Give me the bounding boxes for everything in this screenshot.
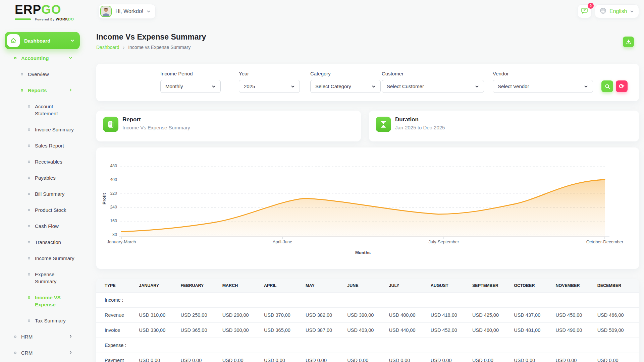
user-menu[interactable]: Hi, Workdo! bbox=[98, 4, 156, 19]
language-selector[interactable]: English bbox=[595, 4, 639, 18]
table-cell: USD 0,00 bbox=[597, 353, 639, 362]
hourglass-icon bbox=[376, 117, 391, 132]
vendor-label: Vendor bbox=[493, 71, 509, 76]
table-cell: USD 418,00 bbox=[431, 307, 472, 322]
table-header-cell: NOVEMBER bbox=[555, 279, 597, 292]
table-cell bbox=[139, 338, 180, 353]
table-cell: USD 403,00 bbox=[347, 322, 389, 338]
sidebar-item-reports[interactable]: Reports bbox=[0, 87, 80, 94]
sidebar-item-label: Invoice Summary bbox=[35, 126, 74, 133]
filters-panel: Income Period Monthly Year 2025 Category… bbox=[96, 64, 639, 101]
sidebar-item-income-vs-expense[interactable]: Income VS Expense bbox=[0, 294, 80, 308]
sidebar-item-hrm[interactable]: HRM bbox=[0, 333, 80, 340]
profit-chart: Profit 48040032024016080 January-MarchAp… bbox=[96, 147, 639, 269]
table-cell bbox=[555, 338, 597, 353]
table-cell bbox=[472, 338, 514, 353]
table-cell: USD 387,00 bbox=[306, 322, 347, 338]
bullet-icon bbox=[14, 57, 16, 59]
sidebar-item-payables[interactable]: Payables bbox=[0, 174, 80, 181]
sidebar-item-overview[interactable]: Overview bbox=[0, 71, 80, 78]
sidebar-item-account-statement[interactable]: Account Statement bbox=[0, 103, 80, 117]
reset-button[interactable]: ⟳ bbox=[616, 80, 628, 92]
sidebar-item-income-summary[interactable]: Income Summary bbox=[0, 255, 80, 262]
bullet-icon bbox=[14, 336, 16, 338]
income-period-label: Income Period bbox=[160, 71, 193, 76]
notifications-button[interactable]: 0 bbox=[578, 4, 592, 18]
table-cell: USD 0,00 bbox=[555, 353, 597, 362]
chevron-down-icon bbox=[212, 84, 216, 88]
sidebar-item-expense-summary[interactable]: Expense Summary bbox=[0, 271, 80, 285]
home-icon bbox=[7, 34, 20, 47]
search-button[interactable] bbox=[601, 80, 613, 92]
vendor-select[interactable]: Select Vendor bbox=[493, 80, 593, 93]
bullet-icon bbox=[28, 225, 30, 227]
sidebar-item-transaction[interactable]: Transaction bbox=[0, 239, 80, 246]
chevron-down-icon bbox=[475, 84, 479, 88]
bullet-icon bbox=[28, 296, 30, 299]
x-tick-label: October-December bbox=[581, 239, 628, 244]
table-cell: USD 0,00 bbox=[264, 353, 306, 362]
breadcrumb-dashboard-link[interactable]: Dashboard bbox=[96, 45, 119, 50]
year-select[interactable]: 2025 bbox=[239, 80, 300, 93]
sidebar-item-bill-summary[interactable]: Bill Summary bbox=[0, 190, 80, 197]
table-cell: USD 290,00 bbox=[222, 307, 264, 322]
sidebar-item-accounting[interactable]: Accounting bbox=[0, 55, 80, 62]
sidebar-item-dashboard[interactable]: Dashboard bbox=[5, 32, 80, 49]
globe-icon bbox=[600, 7, 606, 15]
bullet-icon bbox=[28, 257, 30, 259]
table-cell: USD 460,00 bbox=[472, 322, 514, 338]
table-header-cell: APRIL bbox=[264, 279, 306, 292]
row-type-cell: Invoice bbox=[96, 322, 139, 338]
table-cell: USD 365,00 bbox=[180, 322, 222, 338]
table-cell: USD 0,00 bbox=[389, 353, 431, 362]
category-select[interactable]: Select Category bbox=[310, 80, 381, 93]
table-header-cell: JUNE bbox=[347, 279, 389, 292]
logo-powered-by: Powered By WORKDO bbox=[35, 17, 74, 21]
refresh-icon: ⟳ bbox=[619, 82, 625, 90]
table-row: PaymentUSD 0,00USD 0,00USD 0,00USD 0,00U… bbox=[96, 353, 639, 362]
user-greeting: Hi, Workdo! bbox=[115, 8, 143, 14]
sidebar-item-product-stock[interactable]: Product Stock bbox=[0, 206, 80, 214]
table-cell: USD 509,00 bbox=[597, 322, 639, 338]
bullet-icon bbox=[21, 89, 23, 92]
table-cell: USD 0,00 bbox=[222, 353, 264, 362]
sidebar-item-receivables[interactable]: Receivables bbox=[0, 158, 80, 165]
table-cell: USD 437,00 bbox=[514, 307, 555, 322]
category-label: Category bbox=[310, 71, 331, 76]
chevron-down-icon bbox=[630, 9, 634, 13]
x-tick-label: January-March bbox=[98, 239, 145, 244]
income-period-select[interactable]: Monthly bbox=[160, 80, 221, 93]
x-tick-label: July-September bbox=[420, 239, 467, 244]
income-expense-table-card: TYPEJANUARYFEBRUARYMARCHAPRILMAYJUNEJULY… bbox=[96, 279, 639, 362]
table-header-cell: MAY bbox=[306, 279, 347, 292]
sidebar-item-invoice-summary[interactable]: Invoice Summary bbox=[0, 126, 80, 133]
chevron-right-icon bbox=[69, 351, 72, 354]
customer-select[interactable]: Select Customer bbox=[382, 80, 484, 93]
sidebar-item-tax-summary[interactable]: Tax Summary bbox=[0, 317, 80, 324]
chevron-down-icon bbox=[69, 56, 72, 60]
table-cell: USD 330,00 bbox=[139, 322, 180, 338]
table-cell: USD 250,00 bbox=[180, 307, 222, 322]
duration-card-subtitle: Jan-2025 to Dec-2025 bbox=[395, 125, 445, 130]
download-button[interactable] bbox=[623, 37, 634, 47]
table-header-cell: TYPE bbox=[96, 279, 139, 292]
sidebar-item-label: Income VS Expense bbox=[35, 294, 74, 308]
sidebar-item-cash-flow[interactable]: Cash Flow bbox=[0, 223, 80, 230]
table-header-cell: MARCH bbox=[222, 279, 264, 292]
sidebar-item-crm[interactable]: CRM bbox=[0, 349, 80, 356]
table-header-cell: JULY bbox=[389, 279, 431, 292]
table-cell: USD 400,00 bbox=[389, 307, 431, 322]
report-card-subtitle: Income Vs Expense Summary bbox=[122, 125, 190, 130]
chevron-down-icon bbox=[291, 84, 295, 88]
sidebar-item-sales-report[interactable]: Sales Report bbox=[0, 142, 80, 149]
erpgo-logo[interactable]: ERPGO Powered By WORKDO bbox=[15, 3, 74, 21]
table-cell bbox=[264, 338, 306, 353]
row-type-cell: Payment bbox=[96, 353, 139, 362]
sidebar-item-label: HRM bbox=[21, 333, 33, 340]
bullet-icon bbox=[28, 161, 30, 163]
table-cell: USD 0,00 bbox=[514, 353, 555, 362]
table-cell: USD 0,00 bbox=[306, 353, 347, 362]
sidebar-item-label: Transaction bbox=[35, 239, 61, 246]
chart-area-fill bbox=[121, 180, 605, 237]
table-cell bbox=[514, 338, 555, 353]
